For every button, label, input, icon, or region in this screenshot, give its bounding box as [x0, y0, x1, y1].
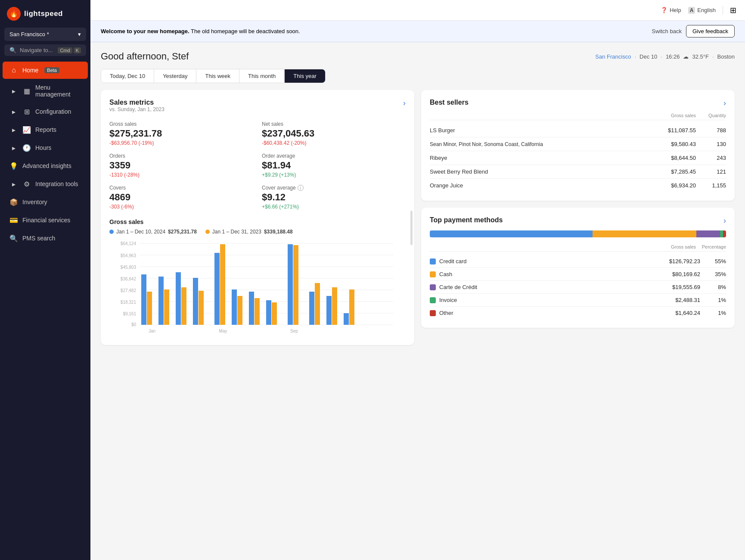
- sidebar-item-label: PMS search: [22, 235, 55, 242]
- svg-rect-18: [141, 274, 146, 325]
- sidebar-item-label: Integration tools: [35, 180, 78, 187]
- tab-this-week[interactable]: This week: [196, 69, 239, 83]
- color-swatch: [430, 284, 436, 290]
- legend-dot-blue: [109, 230, 114, 234]
- chart-container: $64,124 $54,963 $45,803 $36,642 $27,482 …: [109, 240, 406, 336]
- sidebar-item-inventory[interactable]: 📦 Inventory: [3, 193, 88, 211]
- help-icon: ❓: [661, 7, 667, 13]
- expand-icon: ▸: [9, 87, 18, 95]
- sidebar-item-home[interactable]: ⌂ Home Beta: [3, 62, 88, 79]
- banner-normal: The old homepage will be deactivated soo…: [191, 28, 300, 34]
- sidebar-item-financial[interactable]: 💳 Financial services: [3, 212, 88, 229]
- svg-rect-41: [349, 289, 354, 325]
- keyboard-shortcut: Cmd K: [58, 47, 81, 53]
- metric-label: Cover average i: [262, 185, 406, 191]
- language-selector[interactable]: A English: [688, 7, 716, 14]
- give-feedback-button[interactable]: Give feedback: [686, 25, 735, 37]
- help-button[interactable]: ❓ Help: [661, 7, 681, 13]
- legend-value: $275,231.78: [168, 229, 197, 235]
- bar-cash: [593, 230, 696, 237]
- card-title: Top payment methods: [430, 216, 503, 224]
- metric-cover-average: Cover average i $9.12 +$6.66 (+271%): [262, 185, 406, 210]
- apps-grid-button[interactable]: ⊞: [730, 6, 736, 15]
- metric-change: -$63,956.70 (-19%): [109, 140, 253, 146]
- sidebar-item-reports[interactable]: ▸ 📈 Reports: [3, 121, 88, 138]
- sales-metrics-card: Sales metrics vs. Sunday, Jan 1, 2023 › …: [101, 90, 414, 345]
- th-quantity: Quantity: [696, 113, 726, 118]
- tab-today[interactable]: Today, Dec 10: [101, 69, 154, 83]
- sidebar-item-menu[interactable]: ▸ ▦ Menu management: [3, 80, 88, 102]
- tab-this-year[interactable]: This year: [285, 69, 325, 83]
- svg-text:$18,321: $18,321: [121, 300, 137, 305]
- cloud-icon: ☁: [683, 53, 689, 60]
- sidebar-item-configuration[interactable]: ▸ ⊞ Configuration: [3, 103, 88, 120]
- svg-rect-23: [181, 287, 186, 325]
- gross-sales-chart: Gross sales Jan 1 – Dec 10, 2024 $275,23…: [109, 218, 406, 336]
- metric-value: 4869: [109, 192, 253, 203]
- table-row: Ribeye $8,644.50 243: [430, 151, 726, 165]
- metrics-grid: Gross sales $275,231.78 -$63,956.70 (-19…: [109, 121, 406, 210]
- card-subtitle: vs. Sunday, Jan 1, 2023: [109, 106, 165, 112]
- logo-text: lightspeed: [24, 9, 63, 18]
- k-key: K: [74, 47, 81, 53]
- best-sellers-table: Gross sales Quantity LS Burger $11,087.5…: [430, 113, 726, 192]
- announcement-banner: Welcome to your new homepage. The old ho…: [90, 21, 745, 42]
- logo-icon: 🔥: [7, 7, 21, 21]
- card-title: Best sellers: [430, 99, 469, 106]
- payment-row: Other $1,640.24 1%: [430, 307, 726, 319]
- weather-text: 32.5°F: [692, 53, 708, 60]
- svg-rect-26: [214, 253, 220, 325]
- time-text: 16:26: [666, 53, 680, 60]
- svg-rect-35: [293, 245, 298, 325]
- tab-yesterday[interactable]: Yesterday: [154, 69, 196, 83]
- banner-bold: Welcome to your new homepage.: [101, 28, 189, 34]
- svg-text:May: May: [219, 329, 227, 333]
- sidebar-item-insights[interactable]: 💡 Advanced insights: [3, 157, 88, 174]
- payment-row: Credit card $126,792.23 55%: [430, 255, 726, 268]
- legend-dot-orange: [205, 230, 210, 234]
- expand-icon: ▸: [9, 125, 18, 134]
- metric-label: Order average: [262, 153, 406, 159]
- card-expand-icon[interactable]: ›: [723, 216, 726, 225]
- expand-icon: ▸: [9, 143, 18, 152]
- svg-rect-32: [266, 300, 271, 325]
- pms-icon: 🔍: [9, 234, 18, 243]
- main-content: ❓ Help A English ⊞ Welcome to your new h…: [90, 0, 745, 560]
- metric-gross-sales: Gross sales $275,231.78 -$63,956.70 (-19…: [109, 121, 253, 146]
- switch-back-button[interactable]: Switch back: [652, 28, 682, 34]
- bar-carte: [696, 230, 720, 237]
- sidebar-item-label: Reports: [35, 126, 56, 133]
- chart-title: Gross sales: [109, 218, 406, 225]
- location-name: San Francisco *: [9, 31, 49, 37]
- card-expand-icon[interactable]: ›: [723, 99, 726, 108]
- sidebar-item-label: Inventory: [22, 199, 47, 205]
- chevron-down-icon: ▾: [78, 31, 81, 37]
- payment-row: Invoice $2,488.31 1%: [430, 294, 726, 307]
- metric-value: $275,231.78: [109, 128, 253, 139]
- location-link[interactable]: San Francisco: [595, 53, 631, 60]
- card-header: Sales metrics vs. Sunday, Jan 1, 2023 ›: [109, 99, 406, 119]
- sidebar-item-label: Hours: [35, 144, 51, 151]
- payment-methods-card: Top payment methods ›: [421, 208, 735, 328]
- svg-rect-37: [315, 283, 320, 325]
- config-icon: ⊞: [22, 107, 31, 116]
- metric-label: Orders: [109, 153, 253, 159]
- sidebar-item-pms[interactable]: 🔍 PMS search: [3, 230, 88, 247]
- svg-rect-29: [237, 296, 242, 325]
- language-label: English: [697, 7, 716, 13]
- lang-icon: A: [688, 7, 695, 14]
- sidebar-item-integration[interactable]: ▸ ⚙ Integration tools: [3, 175, 88, 193]
- payment-bar-container: [430, 230, 726, 237]
- menu-icon: ▦: [22, 87, 31, 95]
- tab-this-month[interactable]: This month: [239, 69, 285, 83]
- metric-orders: Orders 3359 -1310 (-28%): [109, 153, 253, 178]
- payment-row: Cash $80,169.62 35%: [430, 268, 726, 281]
- location-selector[interactable]: San Francisco * ▾: [4, 28, 86, 41]
- card-header: Top payment methods ›: [430, 216, 726, 225]
- search-bar[interactable]: 🔍 Navigate to... Cmd K: [4, 44, 86, 56]
- table-row: Sean Minor, Pinot Noir, Sonoma Coast, Ca…: [430, 137, 726, 151]
- sidebar-item-hours[interactable]: ▸ 🕐 Hours: [3, 139, 88, 156]
- metric-value: 3359: [109, 160, 253, 171]
- inventory-icon: 📦: [9, 198, 18, 206]
- card-expand-icon[interactable]: ›: [403, 99, 406, 108]
